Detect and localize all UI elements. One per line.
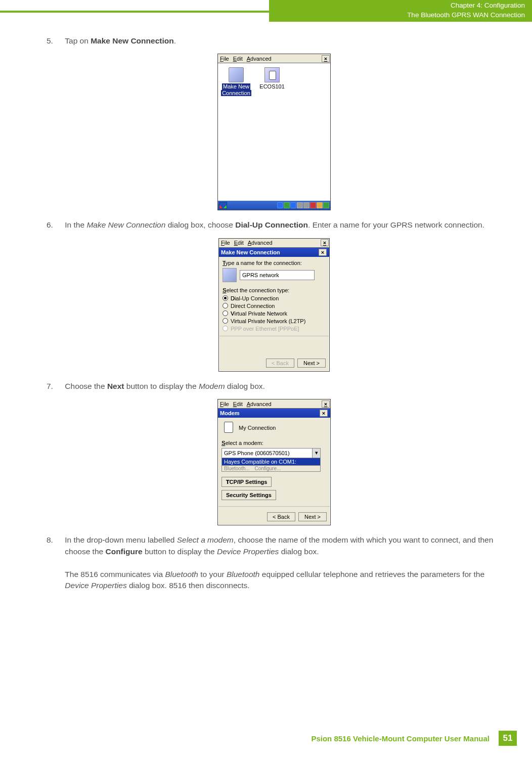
connection-name: My Connection xyxy=(239,425,276,431)
text: Virtual Private Network xyxy=(231,310,287,317)
tray-desktop-icon[interactable] xyxy=(323,202,329,208)
header-chapter: Chapter 4: Configuration xyxy=(269,1,525,11)
close-icon[interactable]: × xyxy=(321,239,329,246)
screenshot-1-container: File Edit Advanced × Make New Connection… xyxy=(47,54,502,210)
radio-vpn-l2tp[interactable]: Virtual Private Network (L2TP) xyxy=(223,318,326,324)
bluetooth-button-hidden: Bluetooth... xyxy=(224,466,250,471)
page-content: 5. Tap on Make New Connection. File Edit… xyxy=(47,35,502,598)
text-italic: Bluetooth xyxy=(227,570,260,578)
tray-network-icon[interactable] xyxy=(284,202,290,208)
step-text: Choose the Next button to display the Mo… xyxy=(65,381,500,392)
text: Select a modem: xyxy=(221,440,263,446)
modem-select[interactable]: GPS Phone (0060570501) ▾ xyxy=(221,448,321,458)
text: Choose the xyxy=(65,382,107,390)
modem-dropdown-item[interactable]: Hayes Compatible on COM1: xyxy=(221,458,321,466)
text: to your xyxy=(198,570,227,578)
icon-make-new-connection[interactable]: Make New Connection xyxy=(221,67,251,96)
text: Tap on xyxy=(65,36,91,45)
screenshot-desktop: File Edit Advanced × Make New Connection… xyxy=(217,54,331,210)
tray-bluetooth-icon[interactable] xyxy=(290,202,296,208)
next-button[interactable]: Next > xyxy=(298,512,327,521)
menu-file[interactable]: File xyxy=(220,401,229,407)
input-row xyxy=(223,268,326,282)
text: dialog box, choose xyxy=(165,220,235,229)
radio-icon xyxy=(223,326,228,331)
menu-file[interactable]: File xyxy=(220,56,229,62)
text-bold: Next xyxy=(107,382,124,390)
step-text: In the Make New Connection dialog box, c… xyxy=(65,219,500,231)
text: button to display the xyxy=(124,382,199,390)
icon-label: Connection xyxy=(221,90,251,96)
close-icon[interactable]: × xyxy=(322,55,330,62)
page-footer: Psion 8516 Vehicle-Mount Computer User M… xyxy=(311,731,517,746)
tray-icon[interactable] xyxy=(303,202,309,208)
close-icon[interactable]: × xyxy=(319,249,327,256)
menu-edit[interactable]: Edit xyxy=(234,240,244,246)
start-button-icon[interactable] xyxy=(219,202,227,209)
text: equipped cellular telephone and retrieve… xyxy=(259,570,484,578)
step-5: 5. Tap on Make New Connection. xyxy=(47,35,502,47)
connection-icon xyxy=(223,268,237,282)
label-select-modem: SSelect a modem: xyxy=(221,440,327,446)
tray-icon[interactable] xyxy=(317,202,323,208)
menu-edit[interactable]: Edit xyxy=(233,401,243,407)
icon-ecos101[interactable]: ECOS101 xyxy=(257,67,287,90)
text-italic: Bluetooth xyxy=(165,570,198,578)
dialog-body: TType a name for the connection: SSelect… xyxy=(219,257,329,371)
chevron-down-icon: ▾ xyxy=(312,449,320,458)
dialog-titlebar: Make New Connection × xyxy=(219,248,329,257)
radio-direct[interactable]: Direct Connection xyxy=(223,303,326,309)
text: Type a name for the connection: xyxy=(223,260,302,266)
menu-edit[interactable]: Edit xyxy=(233,56,243,62)
next-button[interactable]: Next > xyxy=(297,359,326,368)
radio-pppoe: PPP over Ethernet [PPPoE] xyxy=(223,326,326,332)
tray-icon[interactable] xyxy=(310,202,316,208)
text-bold: Dial-Up Connection xyxy=(235,220,308,229)
close-icon[interactable]: × xyxy=(320,410,328,417)
menu-advanced[interactable]: Advanced xyxy=(247,56,272,62)
tcpip-settings-button[interactable]: TTCP/IP Settings xyxy=(221,477,272,487)
text-italic: Device Properties xyxy=(65,581,126,590)
tray-volume-icon[interactable] xyxy=(297,202,303,208)
menu-advanced[interactable]: Advanced xyxy=(247,401,272,407)
security-settings-button[interactable]: Security Settings xyxy=(221,490,276,500)
icon-label: ECOS101 xyxy=(257,83,287,90)
screenshot-2-container: File Edit Advanced × Make New Connection… xyxy=(47,238,502,372)
radio-dialup[interactable]: DDial-Up Connection xyxy=(223,295,326,301)
text-italic: Modem xyxy=(199,382,225,390)
tray-fn-icon[interactable] xyxy=(277,202,283,208)
radio-icon xyxy=(223,318,228,324)
step-6: 6. In the Make New Connection dialog box… xyxy=(47,219,502,231)
separator xyxy=(219,336,329,336)
menubar: File Edit Advanced × xyxy=(219,239,329,248)
menu-advanced[interactable]: Advanced xyxy=(248,240,273,246)
text-italic: Make New Connection xyxy=(86,220,165,229)
header-rule xyxy=(0,11,269,13)
text-italic: Select a modem xyxy=(177,535,234,544)
text: The 8516 communicates via xyxy=(65,570,165,578)
dialog-title: Modem xyxy=(220,410,240,416)
label-select-type: SSelect the connection type: xyxy=(223,287,326,293)
radio-vpn[interactable]: VVirtual Private Network xyxy=(223,310,326,317)
step-number: 8. xyxy=(47,534,63,546)
system-tray xyxy=(277,201,330,209)
dialog-titlebar: Modem × xyxy=(218,409,330,418)
separator xyxy=(218,506,330,507)
close-icon[interactable]: × xyxy=(322,400,330,408)
label-type-name: TType a name for the connection: xyxy=(223,260,326,266)
step-text: In the drop-down menu labelled Select a … xyxy=(65,534,500,591)
text: In the drop-down menu labelled xyxy=(65,535,176,544)
page-number: 51 xyxy=(499,731,517,746)
globe-icon xyxy=(229,67,244,82)
text-bold: Make New Connection xyxy=(91,36,174,45)
connection-name-input[interactable] xyxy=(240,270,315,280)
back-button[interactable]: < Back xyxy=(267,512,295,521)
page-header: Chapter 4: Configuration The Bluetooth G… xyxy=(269,0,532,22)
text: dialog box. xyxy=(225,382,265,390)
taskbar xyxy=(218,201,330,210)
connection-name-row: My Connection xyxy=(221,421,327,435)
step-number: 6. xyxy=(47,219,63,231)
step-7: 7. Choose the Next button to display the… xyxy=(47,381,502,392)
back-button: < Back xyxy=(266,359,294,368)
menu-file[interactable]: File xyxy=(221,240,230,246)
